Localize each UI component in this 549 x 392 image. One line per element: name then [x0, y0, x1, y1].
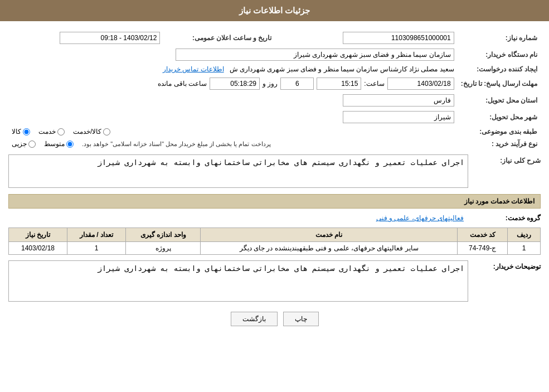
need-desc-row: شرح کلی نیاز: — [8, 154, 541, 190]
remaining-value: 05:18:29 — [210, 78, 260, 90]
category-kala-khedmat-item: کالا/خدمت — [73, 128, 110, 135]
day-label: روز و — [263, 80, 278, 88]
city-row: شهر محل تحویل: شیراز — [8, 109, 541, 125]
services-table: ردیف کد خدمت نام خدمت واحد اندازه گیری ت… — [8, 228, 541, 255]
province-label: استان محل تحویل: — [458, 92, 541, 109]
deadline-row: مهلت ارسال پاسخ: تا تاریخ: 1403/02/18 سا… — [8, 75, 541, 92]
buyer-org-value: سازمان سیما منظر و فضای سبز شهری شهرداری… — [176, 49, 454, 61]
province-value: فارس — [343, 94, 454, 107]
purchase-proc-row: جزیی متوسط پرداخت تمام یا بخشی از مبلغ خ… — [12, 140, 454, 148]
services-table-head: ردیف کد خدمت نام خدمت واحد اندازه گیری ت… — [9, 228, 541, 242]
category-kala-label: کالا — [12, 128, 21, 135]
proc-motevaset-label: متوسط — [44, 140, 65, 148]
category-kala-khedmat-radio[interactable] — [103, 128, 110, 135]
category-row: طبقه بندی موضوعی: کالا خدمت کالا/خدمت — [8, 125, 541, 138]
col-service-code: کد خدمت — [457, 228, 507, 242]
buyer-org-row: نام دستگاه خریدار: سازمان سیما منظر و فض… — [8, 46, 541, 63]
col-unit: واحد اندازه گیری — [125, 228, 200, 242]
buyer-desc-label: توضیحات خریدار: — [468, 260, 541, 270]
deadline-date-value: 1403/02/18 — [387, 78, 454, 90]
day-value: 6 — [280, 78, 314, 90]
category-khedmat-radio[interactable] — [57, 128, 65, 135]
table-row: 1ج-749-74سایر فعالیتهای حرفهای، علمی و ف… — [9, 242, 541, 255]
need-number-value: 1103098651000001 — [343, 32, 454, 44]
col-quantity: تعداد / مقدار — [67, 228, 126, 242]
proc-motevaset-radio[interactable] — [66, 141, 74, 148]
service-group-row: گروه خدمت: فعالیتهای حرفهای، علمی و فنی — [8, 214, 541, 222]
service-group-value[interactable]: فعالیتهای حرفهای، علمی و فنی — [376, 214, 464, 222]
page-header: جزئیات اطلاعات نیاز — [0, 0, 549, 21]
purchase-note: پرداخت تمام یا بخشی از مبلغ خریدار محل "… — [82, 141, 271, 148]
main-info-table: شماره نیاز: 1103098651000001 تاریخ و ساع… — [8, 30, 541, 150]
proc-jozi-label: جزیی — [12, 140, 27, 148]
need-number-label: شماره نیاز: — [458, 30, 541, 46]
proc-motevaset-item: متوسط — [44, 140, 74, 148]
buyer-desc-textarea[interactable] — [8, 260, 468, 302]
city-label: شهر محل تحویل: — [458, 109, 541, 125]
service-group-label: گروه خدمت: — [468, 214, 541, 222]
proc-jozi-item: جزیی — [12, 140, 36, 148]
category-label: طبقه بندی موضوعی: — [458, 125, 541, 138]
header-title: جزئیات اطلاعات نیاز — [239, 6, 310, 15]
category-khedmat-item: خدمت — [38, 128, 65, 135]
deadline-time-row: 1403/02/18 ساعت: 15:15 6 روز و 05:18:29 … — [12, 78, 454, 90]
col-service-name: نام خدمت — [201, 228, 458, 242]
category-khedmat-label: خدمت — [38, 128, 56, 135]
back-button[interactable]: بازگشت — [231, 312, 278, 326]
purchase-type-label: نوع فرآیند خرید : — [458, 138, 541, 150]
need-number-row: شماره نیاز: 1103098651000001 تاریخ و ساع… — [8, 30, 541, 46]
creator-row: ایجاد کننده درخواست: سعید مصلی نژاد کارش… — [8, 63, 541, 75]
deadline-label: مهلت ارسال پاسخ: تا تاریخ: — [458, 75, 541, 92]
purchase-type-row: نوع فرآیند خرید : جزیی متوسط پرداخت تمام… — [8, 138, 541, 150]
need-desc-label: شرح کلی نیاز: — [468, 154, 541, 164]
city-value: شیراز — [343, 111, 454, 123]
category-kala-khedmat-label: کالا/خدمت — [73, 128, 101, 135]
buyer-org-label: نام دستگاه خریدار: — [458, 46, 541, 63]
service-section-title: اطلاعات خدمات مورد نیاز — [8, 194, 541, 209]
province-row: استان محل تحویل: فارس — [8, 92, 541, 109]
category-kala-item: کالا — [12, 128, 30, 135]
page-wrapper: جزئیات اطلاعات نیاز شماره نیاز: 11030986… — [0, 0, 549, 392]
content-area: شماره نیاز: 1103098651000001 تاریخ و ساع… — [0, 21, 549, 335]
time-label: ساعت: — [364, 80, 384, 88]
creator-label: ایجاد کننده درخواست: — [458, 63, 541, 75]
services-table-body: 1ج-749-74سایر فعالیتهای حرفهای، علمی و ف… — [9, 242, 541, 255]
remaining-label: ساعت باقی مانده — [158, 80, 207, 88]
announce-datetime-value: 1403/02/12 - 09:18 — [60, 32, 160, 44]
buyer-desc-row: توضیحات خریدار: — [8, 260, 541, 303]
services-section: ردیف کد خدمت نام خدمت واحد اندازه گیری ت… — [8, 228, 541, 255]
col-rownum: ردیف — [508, 228, 541, 242]
category-radio-group: کالا خدمت کالا/خدمت — [12, 128, 454, 135]
creator-value: سعید مصلی نژاد کارشناس سازمان سیما منظر … — [230, 65, 454, 73]
announce-datetime-label: تاریخ و ساعت اعلان عمومی: — [163, 30, 275, 46]
category-kala-radio[interactable] — [23, 128, 30, 135]
services-table-header-row: ردیف کد خدمت نام خدمت واحد اندازه گیری ت… — [9, 228, 541, 242]
time-value: 15:15 — [317, 78, 361, 90]
creator-link[interactable]: اطلاعات تماس خریدار — [163, 65, 224, 73]
col-date: تاریخ نیاز — [9, 228, 67, 242]
print-button[interactable]: چاپ — [283, 312, 319, 326]
need-desc-textarea[interactable] — [8, 154, 468, 188]
buttons-row: چاپ بازگشت — [8, 312, 541, 326]
proc-jozi-radio[interactable] — [28, 141, 36, 148]
